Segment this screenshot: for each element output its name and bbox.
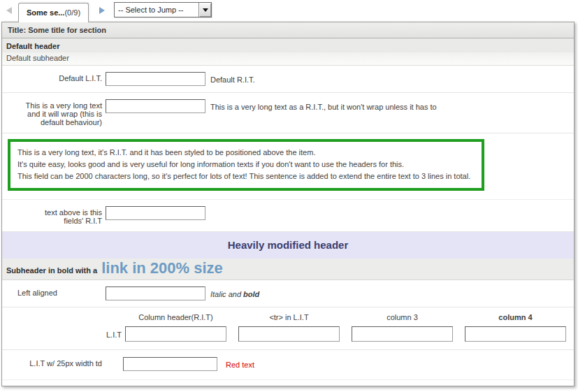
form-row-green: This is a very long text, it's R.I.T. an… — [2, 133, 574, 200]
25px-input[interactable] — [123, 357, 217, 371]
default-header: Default header — [2, 38, 574, 52]
default-lit-label: Default L.I.T. — [2, 72, 106, 86]
form-row-table: L.I.T Column header(R.I.T) <tr> in L.I.T… — [2, 307, 574, 350]
default-rit-label: Default R.I.T. — [205, 72, 255, 86]
modified-header: Heavily modified header — [2, 232, 574, 259]
section-title: Title: Some title for section — [2, 22, 574, 38]
big-link[interactable]: link in 200% size — [101, 259, 223, 277]
column-1-header: Column header(R.I.T) — [125, 312, 226, 326]
section-panel: Title: Some title for section Default he… — [1, 22, 575, 386]
green-info-line: This is a very long text, it's R.I.T. an… — [17, 147, 475, 159]
wrap-input[interactable] — [106, 99, 205, 113]
column-1-input[interactable] — [125, 326, 226, 342]
table-column-4: column 4 — [465, 312, 566, 342]
chevron-down-icon — [203, 8, 208, 12]
jump-select[interactable]: -- Select to Jump -- — [114, 2, 212, 17]
left-aligned-input[interactable] — [106, 286, 205, 300]
column-3-header: column 3 — [352, 312, 453, 326]
column-4-input[interactable] — [465, 326, 566, 342]
section-tab[interactable]: Some se...(0/9) — [18, 3, 89, 22]
left-aligned-label: Left aligned — [2, 286, 106, 300]
italic-bold-rit-label: Italic and bold — [205, 286, 259, 300]
table-column-1: Column header(R.I.T) — [125, 312, 226, 342]
red-text-label: Red text — [217, 357, 254, 371]
table-column-3: column 3 — [352, 312, 453, 342]
default-input[interactable] — [106, 72, 205, 86]
form-row-above: text above is this fields' R.I.T — [2, 200, 574, 232]
table-columns: Column header(R.I.T) <tr> in L.I.T colum… — [125, 312, 566, 342]
above-input[interactable] — [106, 206, 205, 220]
wrap-rit-label: This is a very long text as a R.I.T., bu… — [205, 99, 437, 126]
form-row-25px: L.I.T w/ 25px width td Red text — [2, 350, 574, 380]
jump-select-value: -- Select to Jump -- — [115, 3, 198, 17]
table-lit-label: L.I.T — [2, 312, 125, 342]
section-tab-count: (0/9) — [64, 8, 80, 17]
column-2-input[interactable] — [238, 326, 340, 342]
section-tab-label: Some se... — [27, 8, 64, 17]
column-3-input[interactable] — [352, 326, 453, 342]
green-info-line: This field can be 2000 characters long, … — [17, 170, 475, 182]
default-subheader: Default subheader — [2, 52, 574, 66]
form-row-wrap: This is a very long text and it will wra… — [2, 93, 574, 133]
25px-lit-label: L.I.T w/ 25px width td — [2, 357, 106, 371]
above-lit-label: text above is this fields' R.I.T — [2, 206, 106, 225]
column-2-header: <tr> in L.I.T — [238, 312, 340, 326]
green-info-box: This is a very long text, it's R.I.T. an… — [8, 139, 484, 191]
modified-subheader: Subheader in bold with a link in 200% si… — [2, 259, 574, 280]
form-row-default: Default L.I.T. Default R.I.T. — [2, 66, 574, 93]
next-section-arrow-icon[interactable] — [99, 7, 105, 14]
jump-select-dropdown-button[interactable] — [198, 3, 211, 17]
green-info-line: It's quite easy, looks good and is very … — [17, 159, 475, 170]
form-row-left-aligned: Left aligned Italic and bold — [2, 280, 574, 307]
25px-spacer — [106, 357, 123, 371]
table-column-2: <tr> in L.I.T — [238, 312, 340, 342]
column-4-header: column 4 — [465, 312, 566, 326]
modified-subheader-text: Subheader in bold with a — [6, 266, 97, 275]
tab-bar: Some se...(0/9) -- Select to Jump -- — [0, 0, 578, 22]
wrap-lit-label: This is a very long text and it will wra… — [2, 99, 106, 126]
previous-section-arrow-icon[interactable] — [6, 7, 12, 14]
